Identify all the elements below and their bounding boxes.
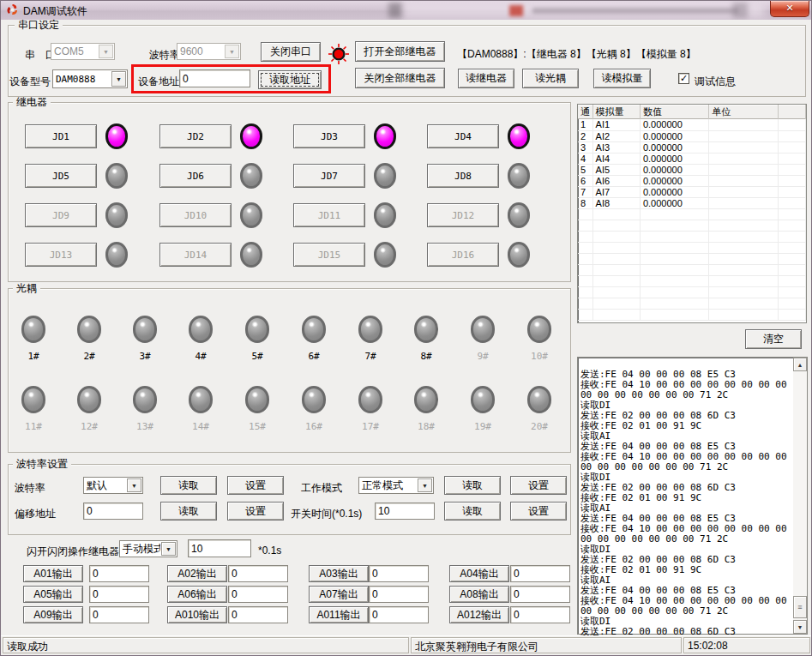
- model-combobox[interactable]: DAM0888 ▼: [52, 69, 128, 88]
- switch-read-button[interactable]: 读取: [444, 502, 501, 521]
- output-value-input-A05[interactable]: [89, 586, 149, 603]
- table-row: 1AI10.000000: [578, 119, 806, 130]
- relay-button-jd7[interactable]: JD7: [293, 164, 365, 188]
- table-row: [578, 264, 806, 275]
- output-value-input-A010[interactable]: [228, 606, 288, 623]
- debug-info-checkbox[interactable]: ✓: [678, 73, 689, 84]
- opto-led-19: [471, 386, 495, 413]
- app-logo-icon: [6, 3, 19, 16]
- output-button-A08[interactable]: A08输出: [449, 586, 509, 603]
- output-value-input-A08[interactable]: [510, 586, 570, 603]
- relay-button-jd12[interactable]: JD12: [427, 203, 499, 227]
- opto-label-5: 5#: [240, 351, 274, 362]
- output-button-A04[interactable]: A04输出: [449, 565, 509, 582]
- close-all-relays-button[interactable]: 关闭全部继电器: [355, 68, 445, 88]
- opto-led-13: [133, 386, 157, 413]
- mode-read-button[interactable]: 读取: [444, 476, 501, 495]
- close-button[interactable]: ✕: [770, 1, 809, 17]
- titlebar-blur-artifact: [388, 3, 402, 18]
- opto-label-18: 18#: [409, 421, 443, 432]
- read-opto-button[interactable]: 读光耦: [522, 69, 579, 88]
- device-address-input[interactable]: [179, 69, 250, 87]
- read-analog-button[interactable]: 读模拟量: [593, 69, 651, 88]
- work-mode-combobox[interactable]: 正常模式 ▼: [358, 477, 434, 494]
- relay-button-jd5[interactable]: JD5: [25, 164, 97, 188]
- opto-label-19: 19#: [466, 421, 500, 432]
- output-value-input-A04[interactable]: [510, 565, 570, 582]
- log-scrollbar[interactable]: [793, 358, 807, 634]
- relay-led-jd16: [508, 242, 530, 268]
- relay-button-jd9[interactable]: JD9: [25, 203, 97, 227]
- relay-button-jd13[interactable]: JD13: [25, 243, 97, 267]
- table-row: 3AI30.000000: [578, 141, 806, 153]
- relay-button-jd6[interactable]: JD6: [159, 164, 232, 188]
- relay-led-jd8: [508, 163, 530, 189]
- flash-time-input[interactable]: [188, 539, 251, 557]
- relay-button-jd2[interactable]: JD2: [159, 124, 232, 148]
- output-button-A011[interactable]: A011输出: [309, 606, 369, 623]
- output-button-A06[interactable]: A06输出: [167, 586, 227, 603]
- output-button-A05[interactable]: A05输出: [23, 586, 83, 603]
- open-all-relays-button[interactable]: 打开全部继电器: [355, 41, 445, 62]
- offset-address-input[interactable]: [83, 503, 143, 520]
- scroll-up-icon[interactable]: ▲: [793, 358, 807, 371]
- baud-settings-group-label: 波特率设置: [13, 459, 71, 469]
- output-button-A07[interactable]: A07输出: [309, 586, 369, 603]
- opto-led-16: [302, 386, 326, 413]
- output-value-input-A06[interactable]: [228, 586, 288, 603]
- baud-set-button[interactable]: 设置: [227, 476, 284, 495]
- output-button-A012[interactable]: A012输出: [449, 606, 509, 623]
- opto-label-2: 2#: [72, 351, 106, 362]
- opto-led-12: [77, 386, 101, 413]
- baud-read-button[interactable]: 读取: [160, 476, 217, 495]
- opto-label-1: 1#: [16, 351, 51, 362]
- relay-button-jd11[interactable]: JD11: [293, 203, 365, 227]
- app-window: DAM调试软件 ✕ 串口设定 串 口 COM5 ▼ 波特率 9600 ▼ 关闭串…: [0, 0, 812, 656]
- output-value-input-A011[interactable]: [369, 606, 429, 623]
- baud-combobox[interactable]: 9600 ▼: [177, 43, 241, 60]
- relay-button-jd14[interactable]: JD14: [159, 243, 232, 267]
- opto-label-12: 12#: [72, 421, 106, 432]
- relay-button-jd1[interactable]: JD1: [25, 124, 97, 148]
- output-button-A03[interactable]: A03输出: [309, 565, 369, 582]
- relay-button-jd16[interactable]: JD16: [427, 243, 499, 267]
- clear-log-button[interactable]: 清空: [745, 329, 802, 349]
- table-row: 6AI60.000000: [578, 175, 806, 186]
- close-serial-button[interactable]: 关闭串口: [261, 42, 321, 62]
- output-value-input-A012[interactable]: [510, 606, 570, 623]
- output-value-input-A09[interactable]: [89, 606, 149, 623]
- scrollbar-thumb[interactable]: ≡: [793, 596, 807, 618]
- relay-button-jd15[interactable]: JD15: [293, 243, 365, 267]
- offset-set-button[interactable]: 设置: [227, 502, 284, 521]
- output-value-input-A07[interactable]: [369, 586, 429, 603]
- output-button-A02[interactable]: A02输出: [167, 565, 227, 582]
- relay-button-jd8[interactable]: JD8: [427, 164, 499, 188]
- switch-time-input[interactable]: [375, 503, 435, 520]
- table-row: [578, 253, 806, 264]
- relay-button-jd4[interactable]: JD4: [427, 124, 499, 148]
- port-combobox[interactable]: COM5 ▼: [51, 43, 115, 60]
- switch-set-button[interactable]: 设置: [510, 502, 567, 521]
- baud-default-combobox[interactable]: 默认 ▼: [83, 477, 143, 494]
- output-button-A01[interactable]: A01输出: [23, 565, 83, 582]
- relay-led-jd9: [105, 202, 128, 228]
- table-row: 2AI20.000000: [578, 130, 806, 141]
- output-button-A09[interactable]: A09输出: [23, 606, 83, 623]
- baud-settings-groupbox: [8, 464, 571, 535]
- table-row: 5AI50.000000: [578, 164, 806, 175]
- read-address-button[interactable]: 读取地址: [258, 70, 322, 89]
- opto-led-3: [133, 316, 157, 343]
- relay-button-jd3[interactable]: JD3: [293, 124, 365, 148]
- table-row: [578, 286, 806, 298]
- read-relay-button[interactable]: 读继电器: [458, 69, 514, 88]
- output-button-A010[interactable]: A010输出: [167, 606, 227, 623]
- relay-led-jd7: [374, 163, 396, 189]
- mode-set-button[interactable]: 设置: [510, 476, 567, 495]
- output-value-input-A02[interactable]: [228, 565, 288, 582]
- relay-button-jd10[interactable]: JD10: [159, 203, 232, 227]
- flash-mode-combobox[interactable]: 手动模式 ▼: [119, 540, 177, 557]
- output-value-input-A03[interactable]: [369, 565, 429, 582]
- output-value-input-A01[interactable]: [89, 565, 149, 582]
- scroll-down-icon[interactable]: ▼: [793, 620, 807, 634]
- offset-read-button[interactable]: 读取: [160, 502, 217, 521]
